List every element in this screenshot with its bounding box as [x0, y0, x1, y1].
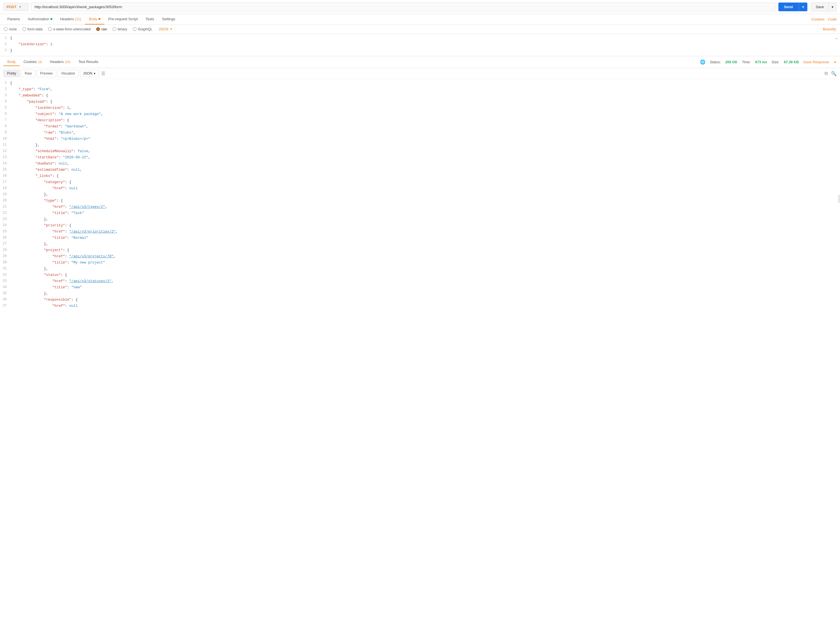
resp-line-num-23: 23 [0, 216, 10, 222]
resp-line-3: 3 "_embedded": { [0, 93, 840, 99]
resp-line-content-26: "title": "Normal" [10, 235, 840, 241]
resp-line-content-37: "href": null [10, 303, 840, 309]
resp-line-num-2: 2 [0, 87, 10, 92]
option-graphql[interactable]: GraphQL [133, 27, 152, 31]
resp-line-num-17: 17 [0, 180, 10, 185]
tab-body[interactable]: Body [85, 14, 104, 24]
save-button-group: Save ▼ [811, 2, 837, 11]
tab-headers[interactable]: Headers (11) [56, 14, 85, 24]
resp-line-28: 28 "project": { [0, 247, 840, 253]
resp-line-num-1: 1 [0, 81, 10, 86]
resp-line-num-9: 9 [0, 130, 10, 135]
resp-line-num-13: 13 [0, 155, 10, 160]
resp-line-16: 16 "_links": { [0, 173, 840, 179]
resp-line-num-8: 8 [0, 124, 10, 129]
send-button[interactable]: Send [778, 3, 799, 11]
tab-params[interactable]: Params [3, 14, 24, 24]
option-raw[interactable]: raw [96, 27, 107, 31]
view-pretty-button[interactable]: Pretty [3, 70, 20, 77]
resp-line-content-2: "_type": "Form", [10, 87, 840, 92]
resp-line-content-34: "title": "new" [10, 285, 840, 290]
resp-line-content-3: "_embedded": { [10, 93, 840, 98]
resp-line-27: 27 }, [0, 241, 840, 247]
cookies-link[interactable]: Cookies [811, 17, 824, 21]
save-button[interactable]: Save [811, 2, 829, 11]
resp-line-1: 1{ [0, 80, 840, 86]
json-format-select[interactable]: JSON ▼ [159, 27, 173, 31]
tab-authorization[interactable]: Authorization [24, 14, 56, 24]
resp-line-34: 34 "title": "new" [0, 284, 840, 291]
resp-line-10: 10 "html": "<p>Blubs</p>" [0, 136, 840, 142]
tab-tests[interactable]: Tests [142, 14, 158, 24]
resp-tab-test-results[interactable]: Test Results [74, 58, 103, 66]
save-response-arrow[interactable]: ▼ [834, 60, 837, 64]
view-raw-button[interactable]: Raw [21, 70, 35, 77]
resp-line-num-30: 30 [0, 260, 10, 265]
option-binary[interactable]: binary [112, 27, 127, 31]
url-input[interactable] [31, 3, 776, 11]
resp-line-num-25: 25 [0, 229, 10, 234]
scroll-indicator[interactable] [838, 195, 840, 203]
resp-tab-body[interactable]: Body [3, 58, 20, 66]
resp-line-num-24: 24 [0, 223, 10, 228]
status-value: 200 OK [725, 60, 737, 64]
send-dropdown-button[interactable]: ▼ [799, 3, 808, 11]
resp-line-num-12: 12 [0, 148, 10, 154]
time-label: Time: [742, 60, 751, 64]
resp-tab-headers-label: Headers [50, 60, 63, 64]
resp-line-num-16: 16 [0, 173, 10, 178]
resp-line-content-8: "format": "markdown", [10, 124, 840, 129]
save-response-button[interactable]: Save Response [803, 60, 829, 64]
json-format-arrow: ▼ [170, 28, 172, 31]
option-form-data[interactable]: form-data [22, 27, 43, 31]
option-none[interactable]: none [4, 27, 17, 31]
resp-tab-headers[interactable]: Headers (15) [46, 58, 74, 66]
viewer-toolbar: Pretty Raw Preview Visualize JSON ▼ ☰ ⧉ … [0, 68, 840, 79]
resp-line-num-26: 26 [0, 235, 10, 240]
resp-line-22: 22 "title": "Task" [0, 210, 840, 216]
code-link[interactable]: Code [828, 17, 837, 21]
resp-line-6: 6 "subject": "A new work package", [0, 111, 840, 117]
view-visualize-button[interactable]: Visualize [57, 70, 79, 77]
resp-line-content-7: "description": { [10, 118, 840, 123]
response-json-select[interactable]: JSON ▼ [80, 70, 99, 77]
req-line-content-1[interactable]: { [10, 35, 840, 41]
resp-line-num-32: 32 [0, 272, 10, 278]
req-line-num-2: 2 [0, 42, 10, 47]
resp-line-content-20: "type": { [10, 198, 840, 204]
resp-line-content-32: "status": { [10, 272, 840, 278]
resp-line-num-11: 11 [0, 142, 10, 148]
copy-icon[interactable]: ⧉ [824, 71, 827, 76]
resp-line-4: 4 "payload": { [0, 99, 840, 105]
resp-line-content-4: "payload": { [10, 99, 840, 105]
resp-line-19: 19 }, [0, 191, 840, 198]
tab-prerequest[interactable]: Pre-request Script [104, 14, 142, 24]
search-icon[interactable]: 🔍 [831, 71, 837, 76]
method-select[interactable]: POST ▼ [3, 3, 29, 11]
resp-line-14: 14 "dueDate": null, [0, 161, 840, 167]
top-bar: POST ▼ Send ▼ Save ▼ [0, 0, 840, 14]
response-body: 1{2 "_type": "Form",3 "_embedded": {4 "p… [0, 79, 840, 310]
collapse-icon[interactable]: — [835, 36, 838, 41]
tab-headers-label: Headers [60, 17, 74, 21]
resp-line-13: 13 "startDate": "2020-09-22", [0, 155, 840, 161]
resp-line-content-35: }, [10, 291, 840, 297]
filter-icon[interactable]: ☰ [101, 71, 105, 76]
body-options: none form-data x-www-form-urlencoded raw… [0, 25, 840, 34]
resp-line-24: 24 "priority": { [0, 223, 840, 229]
resp-line-26: 26 "title": "Normal" [0, 235, 840, 241]
req-line-content-3[interactable]: } [10, 48, 840, 54]
view-preview-button[interactable]: Preview [36, 70, 56, 77]
req-line-3: 3 } [0, 47, 840, 54]
resp-tab-cookies[interactable]: Cookies (3) [20, 58, 46, 66]
req-line-content-2[interactable]: "lockVersion": 1 [10, 42, 840, 47]
resp-line-content-24: "priority": { [10, 223, 840, 228]
resp-line-num-21: 21 [0, 204, 10, 210]
save-dropdown-button[interactable]: ▼ [829, 2, 837, 11]
request-body-editor: 1 { 2 "lockVersion": 1 3 } — [0, 34, 840, 56]
option-x-www[interactable]: x-www-form-urlencoded [48, 27, 91, 31]
resp-line-num-35: 35 [0, 291, 10, 296]
beautify-button[interactable]: Beautify [823, 27, 836, 31]
tab-settings[interactable]: Settings [158, 14, 179, 24]
resp-line-content-28: "project": { [10, 248, 840, 253]
